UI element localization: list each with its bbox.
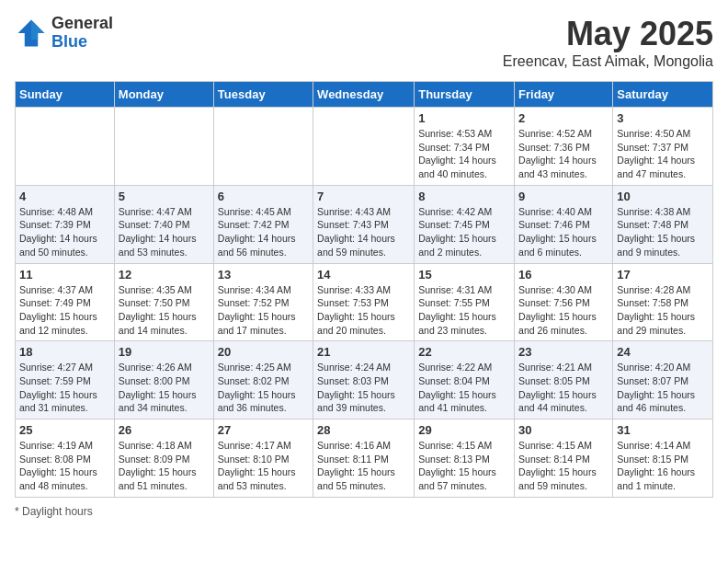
day-number: 7 [317,190,410,203]
calendar-cell: 18Sunrise: 4:27 AMSunset: 7:59 PMDayligh… [16,341,115,419]
calendar-cell: 16Sunrise: 4:30 AMSunset: 7:56 PMDayligh… [515,263,613,341]
day-info: Sunrise: 4:43 AMSunset: 7:43 PMDaylight:… [317,205,410,259]
day-number: 16 [518,268,609,282]
subtitle: Ereencav, East Aimak, Mongolia [503,53,713,70]
logo-icon [15,17,48,50]
day-info: Sunrise: 4:53 AMSunset: 7:34 PMDaylight:… [418,127,510,181]
day-info: Sunrise: 4:42 AMSunset: 7:45 PMDaylight:… [418,205,510,259]
day-number: 9 [518,190,609,203]
calendar-cell: 9Sunrise: 4:40 AMSunset: 7:46 PMDaylight… [515,185,613,263]
day-number: 11 [19,268,110,282]
day-info: Sunrise: 4:48 AMSunset: 7:39 PMDaylight:… [19,205,110,259]
calendar-cell: 29Sunrise: 4:15 AMSunset: 8:13 PMDayligh… [415,419,515,498]
week-row-1: 1Sunrise: 4:53 AMSunset: 7:34 PMDaylight… [16,108,713,186]
week-row-5: 25Sunrise: 4:19 AMSunset: 8:08 PMDayligh… [16,419,713,498]
calendar-cell: 2Sunrise: 4:52 AMSunset: 7:36 PMDaylight… [515,108,613,186]
logo-blue-text: Blue [51,33,113,52]
calendar-cell: 17Sunrise: 4:28 AMSunset: 7:58 PMDayligh… [613,263,713,341]
day-info: Sunrise: 4:34 AMSunset: 7:52 PMDaylight:… [218,283,309,338]
week-row-2: 4Sunrise: 4:48 AMSunset: 7:39 PMDaylight… [16,185,713,263]
day-number: 25 [19,423,110,437]
calendar-cell [313,108,415,186]
calendar-cell [114,108,213,186]
day-info: Sunrise: 4:14 AMSunset: 8:15 PMDaylight:… [617,439,709,493]
day-info: Sunrise: 4:40 AMSunset: 7:46 PMDaylight:… [518,205,609,259]
title-area: May 2025 Ereencav, East Aimak, Mongolia [503,15,713,70]
day-number: 27 [218,423,309,437]
day-info: Sunrise: 4:47 AMSunset: 7:40 PMDaylight:… [119,205,210,259]
header: General Blue May 2025 Ereencav, East Aim… [15,15,713,70]
day-number: 26 [119,423,210,437]
week-row-3: 11Sunrise: 4:37 AMSunset: 7:49 PMDayligh… [16,263,713,341]
logo: General Blue [15,15,113,52]
day-number: 22 [418,345,510,359]
calendar-cell: 4Sunrise: 4:48 AMSunset: 7:39 PMDaylight… [16,185,115,263]
week-row-4: 18Sunrise: 4:27 AMSunset: 7:59 PMDayligh… [16,341,713,419]
day-number: 24 [617,345,709,359]
day-number: 15 [418,268,510,282]
calendar-cell: 10Sunrise: 4:38 AMSunset: 7:48 PMDayligh… [613,185,713,263]
day-info: Sunrise: 4:27 AMSunset: 7:59 PMDaylight:… [19,361,110,415]
day-info: Sunrise: 4:15 AMSunset: 8:14 PMDaylight:… [518,439,609,493]
day-header-sunday: Sunday [16,82,115,108]
calendar-cell: 8Sunrise: 4:42 AMSunset: 7:45 PMDaylight… [415,185,515,263]
day-number: 14 [317,268,410,282]
calendar-cell: 15Sunrise: 4:31 AMSunset: 7:55 PMDayligh… [415,263,515,341]
calendar-cell: 13Sunrise: 4:34 AMSunset: 7:52 PMDayligh… [213,263,313,341]
calendar-cell: 26Sunrise: 4:18 AMSunset: 8:09 PMDayligh… [114,419,213,498]
day-info: Sunrise: 4:15 AMSunset: 8:13 PMDaylight:… [418,439,510,493]
day-number: 29 [418,423,510,437]
day-number: 19 [119,345,210,359]
day-info: Sunrise: 4:26 AMSunset: 8:00 PMDaylight:… [119,361,210,415]
day-info: Sunrise: 4:38 AMSunset: 7:48 PMDaylight:… [617,205,709,259]
day-number: 23 [518,345,609,359]
calendar-cell: 5Sunrise: 4:47 AMSunset: 7:40 PMDaylight… [114,185,213,263]
calendar-table: SundayMondayTuesdayWednesdayThursdayFrid… [15,81,713,498]
calendar-cell: 12Sunrise: 4:35 AMSunset: 7:50 PMDayligh… [114,263,213,341]
day-info: Sunrise: 4:24 AMSunset: 8:03 PMDaylight:… [317,361,410,415]
day-info: Sunrise: 4:28 AMSunset: 7:58 PMDaylight:… [617,283,709,338]
day-info: Sunrise: 4:18 AMSunset: 8:09 PMDaylight:… [119,439,210,493]
calendar-body: 1Sunrise: 4:53 AMSunset: 7:34 PMDaylight… [16,108,713,498]
calendar-cell: 23Sunrise: 4:21 AMSunset: 8:05 PMDayligh… [515,341,613,419]
day-info: Sunrise: 4:31 AMSunset: 7:55 PMDaylight:… [418,283,510,338]
logo-general-text: General [51,15,113,33]
day-number: 4 [19,190,110,203]
calendar-cell: 7Sunrise: 4:43 AMSunset: 7:43 PMDaylight… [313,185,415,263]
calendar-cell: 22Sunrise: 4:22 AMSunset: 8:04 PMDayligh… [415,341,515,419]
logo-text: General Blue [51,15,113,52]
calendar-cell: 19Sunrise: 4:26 AMSunset: 8:00 PMDayligh… [114,341,213,419]
day-number: 5 [119,190,210,203]
day-number: 17 [617,268,709,282]
calendar-cell: 27Sunrise: 4:17 AMSunset: 8:10 PMDayligh… [213,419,313,498]
calendar-cell: 11Sunrise: 4:37 AMSunset: 7:49 PMDayligh… [16,263,115,341]
day-headers-row: SundayMondayTuesdayWednesdayThursdayFrid… [16,82,713,108]
day-number: 21 [317,345,410,359]
day-info: Sunrise: 4:16 AMSunset: 8:11 PMDaylight:… [317,439,410,493]
calendar-cell: 20Sunrise: 4:25 AMSunset: 8:02 PMDayligh… [213,341,313,419]
day-info: Sunrise: 4:37 AMSunset: 7:49 PMDaylight:… [19,283,110,338]
day-number: 6 [218,190,309,203]
day-info: Sunrise: 4:19 AMSunset: 8:08 PMDaylight:… [19,439,110,493]
day-info: Sunrise: 4:45 AMSunset: 7:42 PMDaylight:… [218,205,309,259]
calendar-cell [213,108,313,186]
day-header-friday: Friday [515,82,613,108]
calendar-cell: 14Sunrise: 4:33 AMSunset: 7:53 PMDayligh… [313,263,415,341]
day-number: 28 [317,423,410,437]
day-info: Sunrise: 4:30 AMSunset: 7:56 PMDaylight:… [518,283,609,338]
day-info: Sunrise: 4:52 AMSunset: 7:36 PMDaylight:… [518,127,609,181]
month-title: May 2025 [503,15,713,53]
day-number: 31 [617,423,709,437]
day-header-saturday: Saturday [613,82,713,108]
day-info: Sunrise: 4:22 AMSunset: 8:04 PMDaylight:… [418,361,510,415]
day-number: 18 [19,345,110,359]
day-number: 12 [119,268,210,282]
calendar-cell: 1Sunrise: 4:53 AMSunset: 7:34 PMDaylight… [415,108,515,186]
day-number: 1 [418,111,510,125]
day-number: 13 [218,268,309,282]
day-info: Sunrise: 4:20 AMSunset: 8:07 PMDaylight:… [617,361,709,415]
day-info: Sunrise: 4:17 AMSunset: 8:10 PMDaylight:… [218,439,309,493]
calendar-cell: 25Sunrise: 4:19 AMSunset: 8:08 PMDayligh… [16,419,115,498]
day-info: Sunrise: 4:33 AMSunset: 7:53 PMDaylight:… [317,283,410,338]
footer-note-text: Daylight hours [22,505,93,518]
